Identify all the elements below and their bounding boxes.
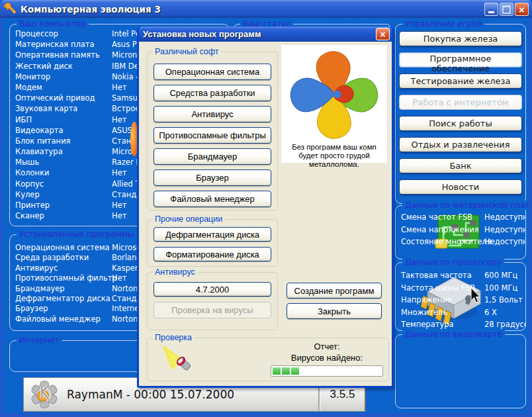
- player-and-date: RaymanM - 00:00 15.07.2000: [67, 388, 234, 401]
- window-title: Компьютерная эволюция 3: [21, 4, 161, 15]
- panel-title: Управление игрой: [402, 19, 484, 28]
- dialog-titlebar[interactable]: Установка новых программ ×: [139, 26, 392, 42]
- browser-button[interactable]: Браузер: [154, 169, 271, 186]
- news-button[interactable]: Новости: [399, 179, 522, 195]
- window-border-left: [0, 18, 3, 417]
- group-title: Различный софт: [153, 47, 221, 56]
- virus-scan-progressbar: [271, 365, 383, 377]
- window-border-right: [529, 18, 532, 417]
- panel-game-controls: Управление игрой Покупка железа Программ…: [395, 24, 526, 204]
- job-search-button[interactable]: Поиск работы: [399, 116, 522, 131]
- bank-button[interactable]: Банк: [399, 158, 522, 173]
- mb-row: Смена напряженияНедоступно: [396, 224, 525, 236]
- dialog-close-button[interactable]: ×: [376, 28, 390, 40]
- color-swirl-logo: [285, 47, 384, 143]
- group-other-operations: Прочие операции Дефрагментация диска Фор…: [147, 219, 278, 267]
- defrag-button[interactable]: Дефрагментация диска: [154, 227, 271, 242]
- dev-tools-button[interactable]: Средства разработки: [154, 85, 271, 101]
- test-hardware-button[interactable]: Тестирование железа: [399, 73, 522, 89]
- group-antivirus: Антивирус 4.7.2000 Проверка на вирусы: [147, 272, 278, 330]
- buy-hardware-button[interactable]: Покупка железа: [399, 31, 522, 46]
- virus-scan-button: Проверка на вирусы: [154, 302, 271, 318]
- cpu-row: Частота шины FSB100 МГц: [396, 282, 525, 295]
- dialog-title: Установка новых программ: [143, 29, 261, 39]
- panel-cpu-data: Данные по процессору Тактовая частота600…: [395, 262, 526, 331]
- panel-motherboard-data: Данные по материнской плате Смена частот…: [395, 205, 526, 259]
- panel-title: Ваш компьютер: [17, 19, 89, 28]
- panel-title: Установленные программы: [17, 230, 137, 239]
- panel-title: Данные по процессору: [402, 257, 504, 267]
- dialog-close-action-button[interactable]: Закрыть: [287, 303, 382, 319]
- mb-row: Состояние множителяНедоступно: [396, 236, 525, 248]
- format-button[interactable]: Форматирование диска: [154, 247, 271, 261]
- panel-title: Данные по материнской плате: [402, 201, 532, 210]
- panel-videocard-data: Данные по видеокарте: [395, 334, 526, 408]
- progress-block: [291, 367, 299, 375]
- viruses-found-label: Вирусов найдено:: [264, 352, 390, 363]
- minimize-button[interactable]: [484, 3, 498, 16]
- panel-title: Интернет: [17, 336, 62, 345]
- info-caption: Без программ ваш комп будет просто грудо…: [281, 143, 387, 169]
- cpu-row: Тактовая частота600 МГц: [396, 269, 525, 282]
- os-button[interactable]: Операционная система: [154, 64, 271, 80]
- panel-title: Данные по видеокарте: [402, 330, 505, 339]
- progress-block: [282, 367, 290, 375]
- report-label: Отчет:: [264, 341, 390, 352]
- main-titlebar[interactable]: Компьютерная эволюция 3 ×: [0, 0, 532, 18]
- internet-work-button: Работа с интернетом: [399, 95, 522, 110]
- wrench-icon: [3, 3, 17, 16]
- flashlight-icon: [161, 345, 195, 377]
- create-programs-button[interactable]: Создание программ: [287, 283, 382, 299]
- firewall-button[interactable]: Брандмауер: [154, 148, 271, 165]
- group-various-soft: Различный софт Операционная система Сред…: [147, 52, 278, 210]
- close-button[interactable]: ×: [515, 3, 529, 16]
- software-button[interactable]: Программное обеспечение: [399, 52, 522, 68]
- cpu-row: Напряжение1,5 Вольт: [396, 294, 525, 306]
- maximize-button[interactable]: [500, 3, 513, 16]
- mb-row: Смена частот FSBНедоступно: [396, 211, 525, 224]
- antivirus-version-button[interactable]: 4.7.2000: [154, 282, 271, 297]
- leisure-button[interactable]: Отдых и развлечения: [399, 137, 522, 152]
- app-window: Компьютерная эволюция 3 × Ваш компьютер …: [0, 0, 532, 417]
- info-image-box: Без программ ваш комп будет просто грудо…: [281, 45, 387, 163]
- file-manager-button[interactable]: Файловый менеджер: [154, 191, 271, 207]
- group-title: Проверка: [153, 333, 194, 342]
- window-border-bottom: [0, 413, 532, 417]
- group-title: Прочие операции: [153, 214, 224, 224]
- group-check: Проверка Отчет: Вирусов найдено:: [147, 338, 389, 381]
- kde-gear-icon: [30, 380, 59, 409]
- progress-block: [273, 367, 281, 375]
- group-title: Антивирус: [153, 267, 197, 277]
- install-programs-dialog: Установка новых программ × Различный соф…: [137, 26, 394, 388]
- cpu-row: Множитель6 X: [396, 306, 525, 319]
- mouse-cursor: [470, 288, 481, 304]
- antispam-button[interactable]: Противоспамные фильтры: [154, 127, 271, 144]
- cpu-row: Температура28 градусов: [396, 318, 525, 331]
- antivirus-button[interactable]: Антивирус: [154, 106, 271, 122]
